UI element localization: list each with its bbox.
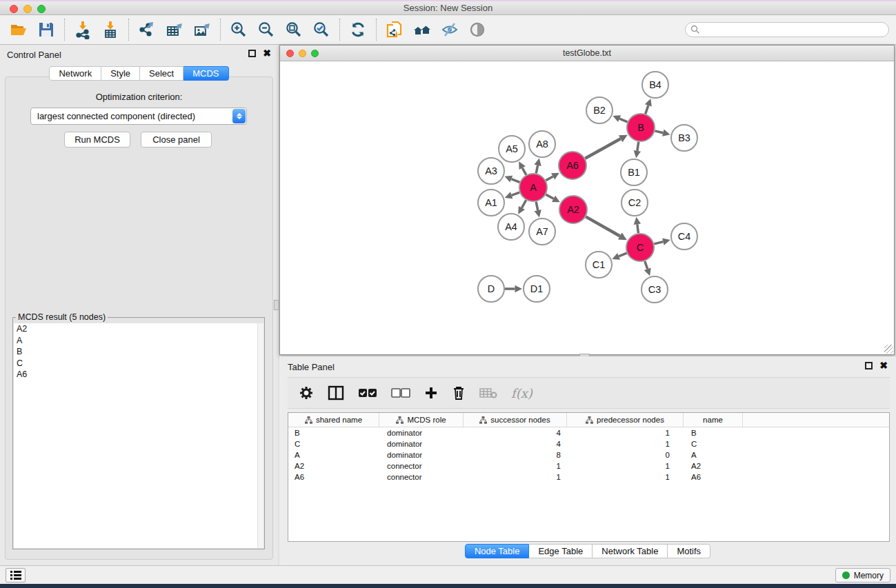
node-A2[interactable]: A2 [559,196,587,223]
edge-C-C2[interactable] [637,224,639,233]
node-C4[interactable]: C4 [671,223,697,250]
tab-select[interactable]: Select [140,66,183,81]
table-cell[interactable]: A2 [684,460,743,472]
table-cell[interactable]: 1 [567,438,684,449]
search-field[interactable] [685,22,889,37]
result-item[interactable]: A [14,335,263,347]
delete-row-icon[interactable] [452,385,466,401]
vertical-split-handle[interactable] [274,300,279,310]
table-cell[interactable]: 0 [567,449,684,460]
edge-A-A5[interactable] [522,168,526,175]
close-table-panel-icon[interactable]: ✖ [879,362,888,369]
table-cell[interactable]: 1 [567,427,684,438]
close-panel-icon[interactable]: ✖ [263,50,271,57]
graphics-details-icon[interactable] [466,18,489,41]
save-session-icon[interactable] [34,18,58,41]
table-row[interactable]: Cdominator41C [288,438,889,449]
node-C2[interactable]: C2 [621,190,648,216]
node-B1[interactable]: B1 [621,159,647,185]
deselect-all-icon[interactable] [391,387,410,398]
table-row[interactable]: A2connector11A2 [288,460,889,472]
edge-A-A1[interactable] [512,192,520,195]
edge-A-A6[interactable] [546,176,552,181]
edge-B-B1[interactable] [637,142,639,151]
node-A4[interactable]: A4 [498,214,524,240]
float-table-panel-icon[interactable] [865,362,873,369]
table-cell[interactable]: C [288,438,379,449]
zoom-out-icon[interactable] [255,18,278,41]
table-cell[interactable]: dominator [379,427,464,438]
column-header-name[interactable]: name [684,413,743,427]
float-panel-icon[interactable] [248,50,256,57]
close-window-button[interactable] [10,5,18,13]
criterion-dropdown[interactable]: largest connected component (directed) [30,108,247,125]
table-row[interactable]: A6connector11A6 [288,472,889,483]
search-input[interactable] [700,23,888,36]
edge-B-B2[interactable] [619,119,628,122]
node-A3[interactable]: A3 [478,158,504,184]
result-scrollbar[interactable] [257,323,263,548]
edge-A-A8[interactable] [536,165,537,174]
export-image-icon[interactable] [190,18,214,41]
column-header-MCDS-role[interactable]: MCDS role [379,413,464,427]
node-C3[interactable]: C3 [641,276,668,303]
column-header-shared-name[interactable]: shared name [288,413,379,427]
tab-motifs[interactable]: Motifs [668,544,710,558]
node-B[interactable]: B [627,114,655,141]
tab-edge-table[interactable]: Edge Table [529,544,593,558]
table-row[interactable]: Bdominator41B [288,427,889,438]
settings-gear-icon[interactable] [299,385,314,401]
export-table-icon[interactable] [163,18,186,41]
export-network-icon[interactable] [135,18,159,41]
mcds-result-list[interactable]: A2ABCA6 [14,323,263,548]
table-cell[interactable]: B [684,427,743,438]
table-cell[interactable]: 4 [464,438,567,449]
edge-A-A7[interactable] [536,202,538,211]
node-C1[interactable]: C1 [586,252,612,278]
memory-button[interactable]: Memory [835,568,890,582]
table-cell[interactable]: dominator [379,449,464,460]
edge-A-A2[interactable] [546,194,553,199]
hide-selected-icon[interactable] [438,18,461,41]
table-cell[interactable]: C [684,438,743,449]
tab-node-table[interactable]: Node Table [465,544,530,558]
tab-network[interactable]: Network [49,66,101,81]
add-row-icon[interactable] [424,386,438,400]
edge-C-C1[interactable] [619,253,627,256]
table-cell[interactable]: connector [379,472,464,483]
network-maximize-button[interactable] [311,50,319,57]
edge-A-A3[interactable] [511,179,519,183]
open-file-icon[interactable] [7,18,30,41]
column-visibility-icon[interactable] [328,385,344,401]
network-close-button[interactable] [286,50,294,57]
result-item[interactable]: B [14,346,263,358]
refresh-layout-icon[interactable] [346,18,370,41]
node-D[interactable]: D [478,276,504,302]
node-A5[interactable]: A5 [499,136,525,162]
node-C[interactable]: C [626,234,654,261]
table-cell[interactable]: 8 [464,449,567,460]
column-header-successor-nodes[interactable]: successor nodes [464,413,567,427]
node-B2[interactable]: B2 [586,97,613,123]
table-row[interactable]: Adominator80A [288,449,889,460]
table-cell[interactable]: connector [379,460,464,472]
select-all-icon[interactable] [358,387,377,398]
edge-A2-C[interactable] [586,216,620,236]
edge-A-A4[interactable] [521,200,526,207]
table-cell[interactable]: A6 [684,472,743,483]
table-cell[interactable]: dominator [379,438,464,449]
tab-mcds[interactable]: MCDS [183,66,228,81]
close-panel-button[interactable]: Close panel [141,132,212,148]
node-B4[interactable]: B4 [642,72,668,98]
table-cell[interactable]: 1 [567,472,684,483]
tab-network-table[interactable]: Network Table [593,544,668,558]
result-item[interactable]: A2 [14,323,263,335]
maximize-window-button[interactable] [37,5,46,13]
column-header-predecessor-nodes[interactable]: predecessor nodes [567,413,684,427]
edge-B-B3[interactable] [655,131,663,133]
node-A8[interactable]: A8 [529,131,555,157]
import-network-icon[interactable] [71,18,94,41]
network-window-titlebar[interactable]: testGlobe.txt [280,45,894,61]
node-A6[interactable]: A6 [559,152,586,179]
resize-grip-icon[interactable] [884,345,893,354]
